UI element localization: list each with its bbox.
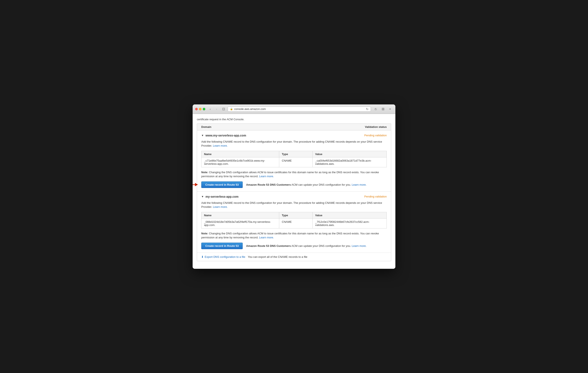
export-description: You can export all of the CNAME records … [248, 255, 307, 258]
cutoff-text: certificate request in the ACM Console. [197, 116, 391, 123]
close-button[interactable] [195, 108, 198, 110]
section-1-cname-table: Name Type Value _c71e86e75aafbe5d4935e1c… [201, 151, 387, 167]
main-card: Domain Validation status ▼ www.my-server… [197, 123, 391, 261]
tab-grid-button[interactable]: ⊞ [380, 107, 386, 111]
section-2-col-type: Type [279, 212, 313, 218]
share-button[interactable]: ⎋ [373, 107, 378, 111]
minimize-button[interactable] [199, 108, 201, 110]
section-2-table-row: _088d1024d18e7d05b3a7a62f4eff170a.my-ser… [201, 218, 387, 228]
browser-titlebar: ‹ › ⊡ 🔒 ↻ ⎋ ⊞ + [193, 104, 395, 114]
section-2-customers-text: Amazon Route 53 DNS Customers ACM can up… [246, 244, 367, 247]
domain-col-header: Domain [201, 125, 211, 129]
validation-status-col-header: Validation status [365, 125, 387, 129]
download-icon: ⬇ [201, 255, 204, 258]
section-1-note: Note: Changing the DNS configuration all… [201, 170, 387, 179]
maximize-button[interactable] [203, 108, 205, 110]
section-2-chevron-icon[interactable]: ▼ [201, 195, 204, 198]
forward-button[interactable]: › [214, 107, 219, 111]
red-arrow-1 [193, 183, 198, 186]
page-wrapper: certificate request in the ACM Console. … [193, 114, 395, 269]
address-input[interactable] [234, 107, 365, 111]
section-1-col-name: Name [201, 151, 279, 157]
section-1-customers-learn-more-link[interactable]: Learn more. [352, 183, 367, 186]
section-1-col-type: Type [279, 151, 313, 157]
new-tab-button[interactable]: + [387, 107, 393, 111]
section-1: ▼ www.my-serverless-app.com Pending vali… [197, 130, 391, 192]
reload-button[interactable]: ↻ [366, 107, 368, 111]
back-button[interactable]: ‹ [207, 107, 213, 111]
section-2-learn-more-link[interactable]: Learn more. [213, 205, 228, 208]
section-1-header: ▼ www.my-serverless-app.com Pending vali… [201, 134, 387, 137]
section-1-action-row: Create record in Route 53 Amazon Route 5… [201, 181, 387, 188]
section-1-note-learn-more-link[interactable]: Learn more. [259, 175, 274, 178]
section-2-cname-value: _7f12c0e175f082446b67cfe2637cc582.acm-va… [313, 218, 387, 228]
section-1-title-left: ▼ www.my-serverless-app.com [201, 134, 246, 137]
lock-icon: 🔒 [230, 108, 233, 110]
section-1-chevron-icon[interactable]: ▼ [201, 134, 204, 137]
section-2-note-learn-more-link[interactable]: Learn more. [259, 236, 274, 239]
section-1-cname-value: _ca004ef653d16682a0063a1871d77e3b.acm-va… [313, 157, 387, 167]
section-2-validation-status: Pending validation [364, 195, 387, 198]
nav-buttons: ‹ › [207, 107, 219, 111]
arrow-head-1 [195, 183, 198, 186]
toolbar-actions: ⎋ ⊞ + [373, 107, 393, 111]
section-2-title-left: ▼ my-serverless-app.com [201, 195, 239, 198]
export-dns-link[interactable]: ⬇ Export DNS configuration to a file [201, 255, 245, 258]
section-1-table-row: _c71e86e75aafbe5d4935e1c6b7ce901b.www.my… [201, 157, 387, 167]
section-2-col-value: Value [313, 212, 387, 218]
section-1-customers-text: Amazon Route 53 DNS Customers ACM can up… [246, 183, 367, 186]
export-row: ⬇ Export DNS configuration to a file You… [197, 253, 391, 261]
create-record-button-1[interactable]: Create record in Route 53 [201, 181, 243, 188]
section-2-action-row: Create record in Route 53 Amazon Route 5… [201, 243, 387, 249]
traffic-lights [195, 108, 205, 110]
section-1-validation-status: Pending validation [364, 134, 387, 137]
section-2-customers-learn-more-link[interactable]: Learn more. [352, 244, 367, 247]
section-2-cname-name: _088d1024d18e7d05b3a7a62f4eff170a.my-ser… [201, 218, 279, 228]
section-2-description: Add the following CNAME record to the DN… [201, 201, 387, 209]
section-2-header: ▼ my-serverless-app.com Pending validati… [201, 195, 387, 198]
browser-window: ‹ › ⊡ 🔒 ↻ ⎋ ⊞ + certificate request in t… [193, 104, 395, 269]
section-2-cname-type: CNAME [279, 218, 313, 228]
browser-content: certificate request in the ACM Console. … [193, 114, 395, 269]
section-2: ▼ my-serverless-app.com Pending validati… [197, 192, 391, 253]
sidebar-toggle-button[interactable]: ⊡ [221, 107, 226, 111]
arrow-line-1 [193, 184, 195, 185]
section-2-col-name: Name [201, 212, 279, 218]
section-1-cname-type: CNAME [279, 157, 313, 167]
section-2-cname-table: Name Type Value _088d1024d18e7d05b3a7a62… [201, 212, 387, 229]
section-1-domain: www.my-serverless-app.com [206, 134, 246, 137]
section-2-note: Note: Changing the DNS configuration all… [201, 232, 387, 240]
section-2-domain: my-serverless-app.com [206, 195, 239, 198]
section-1-col-value: Value [313, 151, 387, 157]
section-1-learn-more-link[interactable]: Learn more. [213, 144, 228, 147]
section-1-description: Add the following CNAME record to the DN… [201, 140, 387, 148]
create-record-button-2[interactable]: Create record in Route 53 [201, 243, 243, 249]
address-bar-container: 🔒 ↻ [228, 107, 371, 111]
section-1-cname-name: _c71e86e75aafbe5d4935e1c6b7ce901b.www.my… [201, 157, 279, 167]
